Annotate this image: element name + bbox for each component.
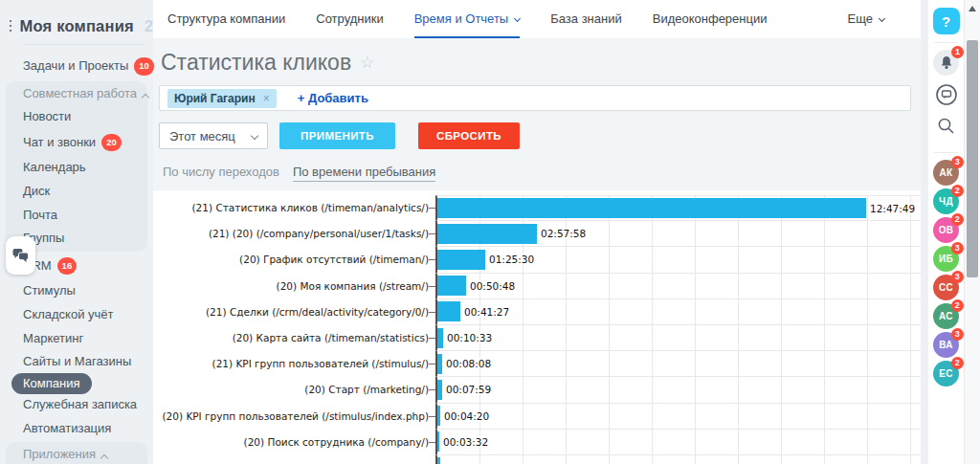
sidebar-divider	[23, 44, 144, 45]
chart-bar[interactable]	[437, 301, 460, 321]
axis-tick	[429, 364, 435, 365]
axis-tick	[429, 312, 435, 313]
chart-value-label: 00:03:32	[442, 436, 489, 448]
chart-value-label: 00:08:08	[445, 358, 492, 369]
sidebar-item[interactable]: Диск	[6, 180, 147, 204]
chart-row: (21) Статистика кликов (/timeman/analyti…	[153, 195, 921, 221]
axis-tick	[429, 389, 435, 390]
chart-bar[interactable]	[437, 224, 537, 244]
nav-item[interactable]: Структура компании	[167, 0, 285, 38]
sidebar-item[interactable]: Компания	[0, 374, 153, 394]
sidebar-item[interactable]: Маркетинг	[0, 327, 153, 351]
chart-row-label: (21) KPI групп пользователей (/stimulus/…	[153, 351, 429, 377]
chart-row: (21) (20) (/company/personal/user/1/task…	[153, 221, 921, 247]
sidebar-item[interactable]: Сайты и Магазины	[0, 350, 153, 374]
brand-row: Моя компания2	[0, 0, 153, 40]
tab-by-time[interactable]: По времени пребывания	[293, 165, 435, 182]
user-avatar[interactable]: ВА3	[933, 332, 959, 358]
sidebar-group: Совместная работаНовостиЧат и звонки20Ка…	[6, 81, 147, 252]
chart-bar[interactable]	[437, 354, 442, 374]
notification-badge: 20	[101, 134, 122, 152]
hamburger-menu-icon[interactable]	[10, 20, 11, 32]
apply-button[interactable]: ПРИМЕНИТЬ	[279, 122, 395, 149]
user-avatar[interactable]: АС2	[933, 303, 959, 329]
sidebar-item[interactable]: Складской учёт	[0, 303, 153, 327]
sidebar-item[interactable]: Новости	[6, 105, 147, 129]
sidebar-item-label: Компания	[11, 373, 92, 394]
page-title: Статистика кликов	[161, 50, 351, 76]
scrollbar-thumb[interactable]	[967, 40, 978, 277]
user-avatar[interactable]: АК3	[933, 160, 959, 186]
nav-item[interactable]: Видеоконференции	[653, 0, 768, 38]
tab-by-clicks[interactable]: По числу переходов	[163, 165, 279, 182]
reset-button[interactable]: СБРОСИТЬ	[418, 122, 520, 149]
left-sidebar: Моя компания2 Задачи и Проекты10Совместн…	[0, 0, 153, 464]
sidebar-item[interactable]: Почта	[6, 204, 147, 228]
chevron-up-icon	[100, 453, 108, 461]
user-avatar[interactable]: ОВ2	[933, 217, 959, 243]
chart-bar[interactable]	[437, 406, 440, 426]
notifications-button[interactable]: 1	[933, 50, 959, 76]
chart-plot-area: 00:07:59	[435, 377, 921, 403]
avatar-badge: 3	[951, 271, 964, 283]
chart-bar[interactable]	[437, 328, 443, 348]
axis-tick	[429, 416, 435, 417]
chart-plot-area: 01:25:30	[435, 247, 921, 273]
nav-item[interactable]: Время и Отчеты	[414, 0, 521, 38]
sidebar-group-header[interactable]: Совместная работа	[6, 82, 147, 106]
avatar-initials: ИБ	[939, 254, 953, 264]
scrollbar-up-arrow-icon[interactable]	[969, 6, 976, 11]
chart-bar[interactable]	[437, 250, 485, 270]
sidebar-item[interactable]: Календарь	[6, 156, 147, 180]
search-button[interactable]	[933, 113, 959, 139]
sidebar-item[interactable]: Служебная записка	[0, 393, 153, 417]
nav-item[interactable]: Сотрудники	[316, 0, 383, 38]
page-header: Статистика кликов ☆	[161, 50, 911, 76]
filter-user-tag[interactable]: Юрий Гагарин ×	[167, 89, 277, 108]
sidebar-item[interactable]: Чат и звонки20	[6, 129, 147, 157]
chart-bar[interactable]	[437, 276, 466, 296]
user-avatar[interactable]: ИБ3	[933, 246, 959, 272]
help-button[interactable]: ?	[933, 8, 960, 34]
nav-item-label: Время и Отчеты	[414, 11, 509, 26]
avatar-initials: ЧД	[939, 196, 953, 207]
sidebar-item-label: Почта	[23, 208, 57, 222]
sidebar-item-label: Автоматизация	[23, 421, 111, 435]
sidebar-group-header[interactable]: Приложения	[6, 443, 147, 464]
axis-tick	[429, 338, 435, 339]
messenger-fab-button[interactable]	[6, 236, 35, 275]
favorite-star-icon[interactable]: ☆	[360, 53, 374, 73]
vertical-scrollbar[interactable]	[964, 0, 980, 464]
messenger-button[interactable]	[933, 81, 959, 107]
chat-circle-icon	[935, 83, 958, 106]
brand-title[interactable]: Моя компания	[20, 17, 134, 35]
avatar-initials: АС	[939, 311, 953, 321]
chart-bar[interactable]	[437, 380, 442, 400]
sidebar-item[interactable]: Задачи и Проекты10	[0, 53, 153, 80]
avatar-initials: АК	[940, 167, 953, 178]
chart-bar[interactable]	[437, 457, 440, 464]
chevron-down-icon	[514, 14, 521, 21]
chevron-down-icon	[879, 14, 885, 21]
sidebar-item-label: Сайты и Магазины	[23, 354, 131, 368]
avatar-badge: 2	[951, 299, 964, 312]
chart-bar[interactable]	[437, 431, 439, 452]
nav-item[interactable]: База знаний	[550, 0, 622, 38]
chart-row-label: (21) Статистика кликов (/timeman/analyti…	[153, 195, 429, 221]
chart-bar[interactable]	[437, 198, 866, 218]
add-filter-link[interactable]: + Добавить	[298, 91, 368, 105]
sidebar-item[interactable]: Автоматизация	[0, 417, 153, 441]
filter-box[interactable]: Юрий Гагарин × + Добавить	[159, 85, 911, 111]
nav-more-button[interactable]: Еще	[848, 0, 884, 38]
user-avatar[interactable]: ЕС2	[933, 361, 959, 387]
chart-value-label: 00:41:27	[463, 306, 510, 318]
period-select[interactable]: Этот месяц	[159, 122, 268, 149]
main-column: Структура компанииСотрудникиВремя и Отче…	[153, 0, 921, 464]
user-avatar[interactable]: СС3	[933, 275, 959, 300]
chat-bubbles-icon	[12, 248, 29, 263]
sidebar-item[interactable]: Стимулы	[0, 279, 153, 303]
right-toolbar: ? 1 АК3ЧД2ОВ2ИБ3СС3АС2ВА3ЕС2	[928, 0, 964, 464]
nav-item-label: База знаний	[550, 11, 622, 26]
tag-close-icon[interactable]: ×	[263, 92, 270, 105]
user-avatar[interactable]: ЧД2	[933, 188, 959, 214]
